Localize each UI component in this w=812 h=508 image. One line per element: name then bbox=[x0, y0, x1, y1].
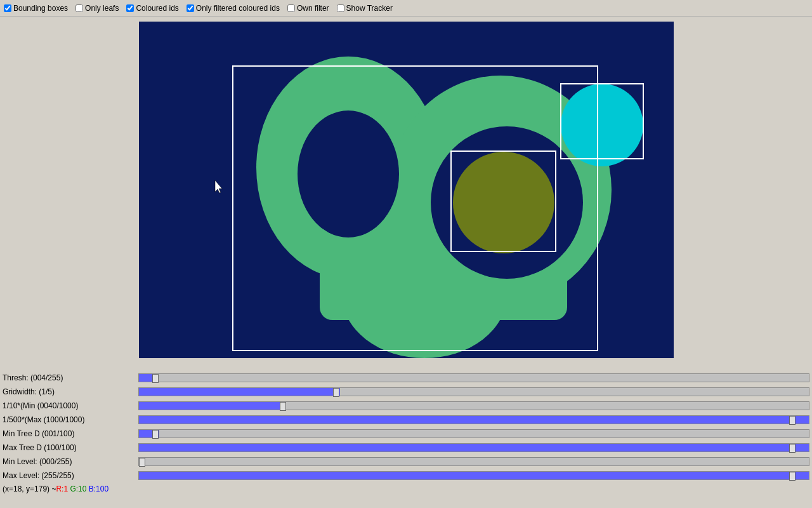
max-level-fill bbox=[139, 472, 809, 479]
max-tree-d-label: Max Tree D (100/100) bbox=[3, 443, 136, 452]
gridwidth-row: Gridwidth: (1/5) bbox=[3, 385, 809, 399]
gridwidth-track[interactable] bbox=[138, 387, 809, 396]
only-leafs-label[interactable]: Only leafs bbox=[85, 4, 119, 13]
max-level-row: Max Level: (255/255) bbox=[3, 469, 809, 483]
max-row: 1/500*(Max (1000/1000) bbox=[3, 413, 809, 427]
max-level-label: Max Level: (255/255) bbox=[3, 471, 136, 480]
min-level-label: Min Level: (000/255) bbox=[3, 457, 136, 466]
max-level-thumb[interactable] bbox=[789, 472, 796, 481]
status-b: B:100 bbox=[89, 485, 108, 493]
min-level-row: Min Level: (000/255) bbox=[3, 455, 809, 469]
show-tracker-label[interactable]: Show Tracker bbox=[346, 4, 393, 13]
canvas-area bbox=[0, 17, 812, 371]
bounding-boxes-label[interactable]: Bounding boxes bbox=[13, 4, 68, 13]
max-fill bbox=[139, 416, 809, 424]
bounding-boxes-checkbox[interactable] bbox=[4, 4, 11, 12]
cyan-circle bbox=[561, 84, 643, 166]
max-tree-d-row: Max Tree D (100/100) bbox=[3, 441, 809, 455]
min-level-thumb[interactable] bbox=[139, 458, 145, 467]
min-tree-d-label: Min Tree D (001/100) bbox=[3, 429, 136, 438]
gridwidth-thumb[interactable] bbox=[333, 388, 339, 397]
max-tree-d-thumb[interactable] bbox=[789, 444, 796, 453]
own-filter-checkbox[interactable] bbox=[287, 4, 295, 12]
max-track[interactable] bbox=[138, 415, 809, 424]
only-leafs-checkbox[interactable] bbox=[75, 4, 83, 12]
min-fill bbox=[139, 402, 286, 410]
max-tree-d-track[interactable] bbox=[138, 443, 809, 452]
min-row: 1/10*(Min (0040/1000) bbox=[3, 399, 809, 413]
thresh-fill bbox=[139, 374, 152, 382]
min-level-track[interactable] bbox=[138, 457, 809, 466]
sliders-panel: Thresh: (004/255) Gridwidth: (1/5) 1/10*… bbox=[0, 371, 812, 483]
max-level-track[interactable] bbox=[138, 471, 809, 480]
toolbar-coloured-ids[interactable]: Coloured ids bbox=[126, 4, 178, 13]
min-tree-d-thumb[interactable] bbox=[152, 430, 159, 439]
show-tracker-checkbox[interactable] bbox=[337, 4, 344, 12]
toolbar-only-leafs[interactable]: Only leafs bbox=[75, 4, 119, 13]
gridwidth-fill bbox=[139, 388, 340, 396]
status-coords: (x=18, y=179) ~ bbox=[3, 485, 56, 493]
toolbar-own-filter[interactable]: Own filter bbox=[287, 4, 329, 13]
scene-svg bbox=[139, 22, 674, 358]
min-track[interactable] bbox=[138, 401, 809, 410]
coloured-ids-checkbox[interactable] bbox=[126, 4, 134, 12]
toolbar-bounding-boxes[interactable]: Bounding boxes bbox=[4, 4, 68, 13]
min-tree-d-track[interactable] bbox=[138, 429, 809, 438]
min-thumb[interactable] bbox=[280, 402, 286, 411]
toolbar: Bounding boxes Only leafs Coloured ids O… bbox=[0, 0, 812, 17]
coloured-ids-label[interactable]: Coloured ids bbox=[136, 4, 178, 13]
status-bar: (x=18, y=179) ~ R:1 G:10 B:100 bbox=[0, 483, 812, 495]
toolbar-show-tracker[interactable]: Show Tracker bbox=[337, 4, 393, 13]
min-label: 1/10*(Min (0040/1000) bbox=[3, 401, 136, 410]
svg-point-5 bbox=[298, 110, 399, 237]
own-filter-label[interactable]: Own filter bbox=[297, 4, 329, 13]
toolbar-only-filtered[interactable]: Only filtered coloured ids bbox=[187, 4, 280, 13]
thresh-label: Thresh: (004/255) bbox=[3, 373, 136, 382]
thresh-track[interactable] bbox=[138, 373, 809, 382]
max-label: 1/500*(Max (1000/1000) bbox=[3, 415, 136, 424]
status-r: R:1 bbox=[56, 485, 68, 493]
min-tree-d-row: Min Tree D (001/100) bbox=[3, 427, 809, 441]
only-filtered-checkbox[interactable] bbox=[187, 4, 194, 12]
thresh-row: Thresh: (004/255) bbox=[3, 371, 809, 385]
svg-point-7 bbox=[453, 152, 554, 253]
status-g: G:10 bbox=[70, 485, 86, 493]
max-thumb[interactable] bbox=[789, 416, 796, 425]
only-filtered-label[interactable]: Only filtered coloured ids bbox=[196, 4, 280, 13]
gridwidth-label: Gridwidth: (1/5) bbox=[3, 387, 136, 396]
max-tree-d-fill bbox=[139, 444, 809, 451]
thresh-thumb[interactable] bbox=[152, 374, 159, 383]
image-canvas[interactable] bbox=[139, 22, 674, 358]
